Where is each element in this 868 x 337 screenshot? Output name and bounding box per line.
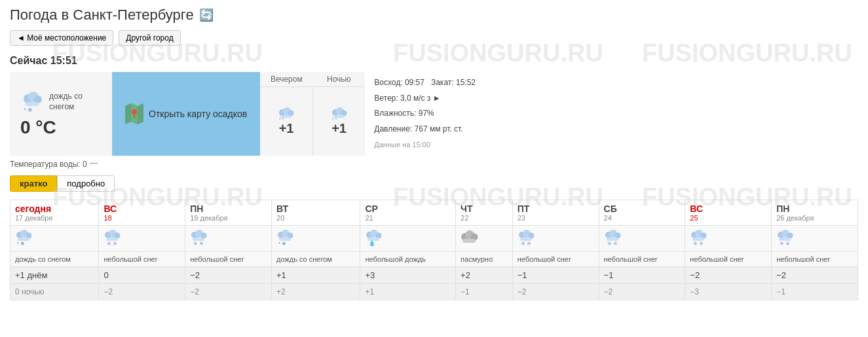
forecast-temp-night-cell: 0 ночью xyxy=(10,284,99,300)
forecast-desc-cell: дождь со снегом xyxy=(10,252,99,267)
day-name: ВС xyxy=(104,204,180,214)
forecast-temp-night-cell: +2 xyxy=(272,284,360,300)
forecast-desc-cell: небольшой снег xyxy=(599,252,685,267)
water-temp-row: Температура воды: 0 〰 xyxy=(10,160,858,169)
forecast-icon-cell: ❄ ❄ xyxy=(599,226,685,252)
forecast-icon-cell xyxy=(456,226,513,252)
forecast-icon-cell: * ❄ xyxy=(10,226,99,252)
forecast-desc-cell: пасмурно xyxy=(456,252,513,267)
forecast-temp-day-cell: 0 xyxy=(99,267,185,284)
day-date: 24 xyxy=(604,214,681,222)
day-name: СБ xyxy=(604,204,681,214)
forecast-desc-cell: дождь со снегом xyxy=(272,252,360,267)
night-label: Ночью xyxy=(312,72,365,86)
forecast-desc-cell: небольшой снег xyxy=(685,252,772,267)
snow-rain-icon-big: * ❄ xyxy=(20,90,45,115)
evening-night-panel: Вечером Ночью * * +1 xyxy=(260,72,365,156)
day-date: 18 xyxy=(104,214,180,222)
svg-rect-3 xyxy=(26,102,39,106)
day-date: 22 xyxy=(461,214,508,222)
forecast-temp-day-cell: +1 xyxy=(272,267,360,284)
forecast-temp-night-cell: +1 xyxy=(360,284,456,300)
day-date: 20 xyxy=(276,214,355,222)
forecast-header-cell: СБ24 xyxy=(599,200,685,226)
forecast-icon-cell: * ❄ xyxy=(272,226,360,252)
forecast-icon-cell: ❄ ❄ xyxy=(512,226,599,252)
water-temp-val: Температура воды: 0 xyxy=(10,160,87,169)
forecast-desc-cell: небольшой дождь xyxy=(360,252,456,267)
day-date: 17 декабря xyxy=(15,214,94,222)
page-title: Погода в Санкт-Петербурге 🔄 xyxy=(10,7,858,24)
forecast-header-cell: ВТ20 xyxy=(272,200,360,226)
en-header: Вечером Ночью xyxy=(260,72,365,87)
day-name: ЧТ xyxy=(461,204,508,214)
forecast-header-cell: ЧТ22 xyxy=(456,200,513,226)
wind-val: 3,0 м/с з ► xyxy=(400,94,441,103)
forecast-temp-night-cell: −2 xyxy=(99,284,185,300)
map-block[interactable]: Открыть карту осадков xyxy=(112,72,260,156)
svg-rect-47 xyxy=(462,239,476,243)
svg-text:* ❄: * ❄ xyxy=(278,241,286,246)
sunrise-val: 09:57 xyxy=(405,78,425,87)
location-buttons: ◄ Моё местоположение Другой город xyxy=(10,30,858,46)
forecast-temp-day-cell: +2 xyxy=(456,267,513,284)
night-icon: * * xyxy=(330,107,349,121)
tab-brief[interactable]: кратко xyxy=(10,175,57,192)
refresh-icon[interactable]: 🔄 xyxy=(199,8,214,22)
forecast-temp-night-cell: −2 xyxy=(512,284,599,300)
forecast-tabs: кратко подробно xyxy=(10,175,858,192)
map-icon xyxy=(125,103,143,124)
forecast-desc-cell: небольшой снег xyxy=(99,252,185,267)
forecast-temp-day-cell: +1 днём xyxy=(10,267,99,284)
my-location-button[interactable]: ◄ Моё местоположение xyxy=(10,30,113,46)
svg-text:❄ ❄: ❄ ❄ xyxy=(693,241,704,246)
sunset-val: 15:52 xyxy=(456,78,476,87)
forecast-temp-day-cell: −1 xyxy=(512,267,599,284)
wave-icon: 〰 xyxy=(90,160,98,169)
forecast-icon-cell: ❄ ❄ xyxy=(185,226,272,252)
night-temp: +1 xyxy=(331,121,347,136)
current-left-panel: * ❄ дождь со снегом 0 °С xyxy=(10,72,112,156)
day-name: сегодня xyxy=(15,204,94,214)
forecast-icon-cell: ❄ ❄ xyxy=(772,226,858,252)
forecast-desc-cell: небольшой снег xyxy=(185,252,272,267)
forecast-header-cell: ПТ23 xyxy=(512,200,599,226)
title-text: Погода в Санкт-Петербурге xyxy=(10,7,194,24)
forecast-icon-cell: ❄ ❄ xyxy=(685,226,772,252)
day-name: ПН xyxy=(776,204,853,214)
current-temp: 0 °С xyxy=(20,117,102,138)
forecast-temp-night-cell: −1 xyxy=(456,284,513,300)
svg-text:❄ ❄: ❄ ❄ xyxy=(607,241,618,246)
forecast-header-cell: ПН19 декабря xyxy=(185,200,272,226)
current-weather-block: * ❄ дождь со снегом 0 °С Открыть карту о… xyxy=(10,72,858,156)
forecast-temp-night-cell: −1 xyxy=(772,284,858,300)
forecast-temp-night-cell: −2 xyxy=(185,284,272,300)
day-date: 26 декабря xyxy=(776,214,853,222)
day-date: 19 декабря xyxy=(190,214,267,222)
forecast-temp-day-cell: +3 xyxy=(360,267,456,284)
forecast-temp-night-cell: −3 xyxy=(685,284,772,300)
forecast-temp-night-cell: −2 xyxy=(599,284,685,300)
pressure-val: 767 мм рт. ст. xyxy=(415,124,463,133)
night-col: * * +1 xyxy=(313,87,366,156)
forecast-temp-day-cell: −2 xyxy=(772,267,858,284)
map-link-text: Открыть карту осадков xyxy=(149,109,247,119)
svg-text:❄ ❄: ❄ ❄ xyxy=(521,241,531,246)
wind-row: Ветер: 3,0 м/с з ► xyxy=(374,92,849,106)
forecast-header-cell: ВС18 xyxy=(99,200,185,226)
forecast-desc-cell: небольшой снег xyxy=(512,252,599,267)
evening-icon: * * xyxy=(277,107,295,121)
tab-detailed[interactable]: подробно xyxy=(57,175,115,192)
day-date: 23 xyxy=(518,214,594,222)
forecast-header-cell: сегодня17 декабря xyxy=(10,200,99,226)
forecast-header-cell: ПН26 декабря xyxy=(772,200,858,226)
forecast-desc-cell: небольшой снег xyxy=(772,252,858,267)
pressure-row: Давление: 767 мм рт. ст. xyxy=(374,122,849,137)
day-name: ПН xyxy=(190,204,267,214)
sunrise-sunset: Восход: 09:57 Закат: 15:52 xyxy=(374,76,849,90)
day-date: 25 xyxy=(690,214,766,222)
other-city-button[interactable]: Другой город xyxy=(119,30,180,46)
day-date: 21 xyxy=(365,214,451,222)
evening-col: * * +1 xyxy=(260,87,313,156)
forecast-table: сегодня17 декабряВС18ПН19 декабряВТ20СР2… xyxy=(10,200,858,300)
